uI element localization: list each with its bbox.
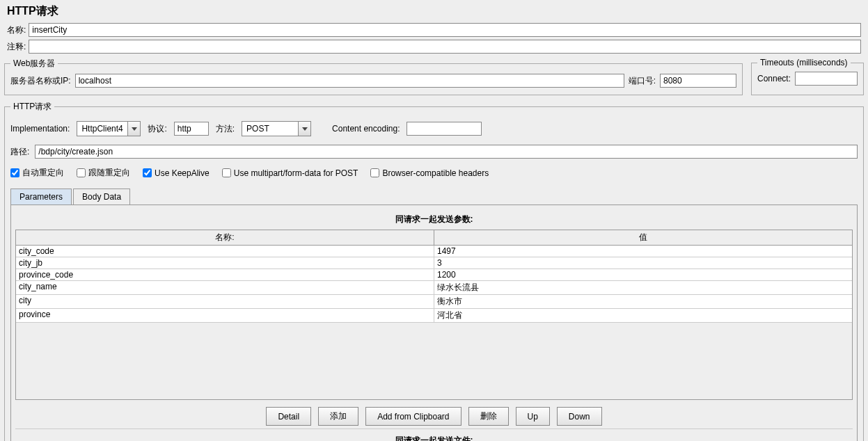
param-name-cell[interactable]: city_jb	[16, 257, 434, 268]
method-select[interactable]: POST	[242, 121, 311, 136]
server-input[interactable]	[75, 74, 624, 88]
param-value-cell[interactable]: 衡水市	[434, 295, 852, 308]
table-row[interactable]: city_code1497	[16, 246, 852, 257]
chevron-down-icon	[127, 122, 140, 136]
connect-input[interactable]	[795, 72, 858, 86]
encoding-label: Content encoding:	[332, 124, 400, 134]
keepalive-checkbox[interactable]: Use KeepAlive	[143, 168, 210, 178]
name-input[interactable]	[29, 23, 861, 37]
param-name-cell[interactable]: province	[16, 309, 434, 322]
server-label: 服务器名称或IP:	[10, 75, 71, 87]
down-button[interactable]: Down	[557, 407, 602, 426]
follow-redirect-checkbox[interactable]: 跟随重定向	[77, 167, 130, 179]
impl-label: Implementation:	[10, 124, 70, 134]
table-row[interactable]: city衡水市	[16, 295, 852, 309]
web-server-fieldset: Web服务器 服务器名称或IP: 端口号:	[4, 58, 743, 95]
files-title: 同请求一起发送文件:	[15, 428, 853, 441]
multipart-checkbox[interactable]: Use multipart/form-data for POST	[222, 168, 358, 178]
name-label: 名称:	[7, 24, 26, 36]
detail-button[interactable]: Detail	[266, 407, 311, 426]
add-button[interactable]: 添加	[318, 407, 358, 426]
port-input[interactable]	[660, 74, 736, 88]
param-value-cell[interactable]: 1200	[434, 269, 852, 280]
up-button[interactable]: Up	[516, 407, 550, 426]
tab-body-data[interactable]: Body Data	[73, 189, 130, 205]
path-label: 路径:	[10, 146, 29, 158]
protocol-input[interactable]	[174, 122, 209, 136]
table-empty-area[interactable]	[16, 323, 852, 399]
protocol-label: 协议:	[148, 123, 166, 135]
method-label: 方法:	[216, 123, 235, 135]
table-row[interactable]: city_name绿水长流县	[16, 281, 852, 295]
browser-compat-checkbox[interactable]: Browser-compatible headers	[370, 168, 489, 178]
param-name-cell[interactable]: city_code	[16, 246, 434, 257]
param-name-cell[interactable]: city	[16, 295, 434, 308]
connect-label: Connect:	[757, 74, 791, 83]
implementation-select[interactable]: HttpClient4	[77, 121, 141, 136]
page-title: HTTP请求	[1, 1, 867, 22]
web-server-legend: Web服务器	[10, 58, 58, 70]
timeouts-fieldset: Timeouts (milliseconds) Connect:	[751, 58, 864, 95]
http-request-legend: HTTP请求	[10, 101, 54, 113]
param-name-cell[interactable]: province_code	[16, 269, 434, 280]
timeouts-legend: Timeouts (milliseconds)	[757, 58, 851, 67]
encoding-input[interactable]	[407, 122, 482, 136]
http-request-fieldset: HTTP请求 Implementation: HttpClient4 协议: 方…	[4, 101, 864, 441]
path-input[interactable]	[35, 145, 858, 159]
comment-input[interactable]	[29, 40, 861, 54]
param-value-cell[interactable]: 1497	[434, 246, 852, 257]
header-value[interactable]: 值	[434, 230, 852, 245]
add-clipboard-button[interactable]: Add from Clipboard	[365, 407, 461, 426]
table-row[interactable]: city_jb3	[16, 257, 852, 269]
params-table: 名称: 值 city_code1497city_jb3province_code…	[15, 230, 853, 400]
param-value-cell[interactable]: 3	[434, 257, 852, 268]
param-value-cell[interactable]: 河北省	[434, 309, 852, 322]
table-row[interactable]: province河北省	[16, 309, 852, 323]
table-row[interactable]: province_code1200	[16, 269, 852, 281]
port-label: 端口号:	[629, 75, 656, 87]
comment-label: 注释:	[7, 41, 26, 53]
auto-redirect-checkbox[interactable]: 自动重定向	[10, 167, 64, 179]
param-value-cell[interactable]: 绿水长流县	[434, 281, 852, 294]
chevron-down-icon	[298, 122, 310, 136]
tab-parameters[interactable]: Parameters	[10, 189, 72, 205]
header-name[interactable]: 名称:	[16, 230, 434, 245]
params-title: 同请求一起发送参数:	[15, 209, 853, 230]
delete-button[interactable]: 删除	[468, 407, 509, 426]
param-name-cell[interactable]: city_name	[16, 281, 434, 294]
